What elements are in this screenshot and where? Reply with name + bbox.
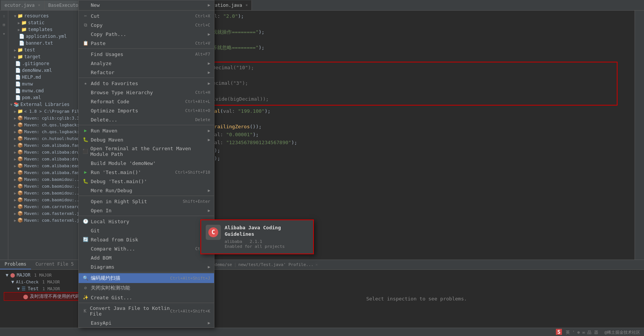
- menu-item-copy[interactable]: ⧉ Copy Ctrl+C: [79, 20, 214, 30]
- tree-item-maven-fasterxml[interactable]: ▶ 📦 Maven: com.fasterxml.ja...: [8, 210, 87, 217]
- menu-item-add-bom[interactable]: Add BOM: [79, 253, 214, 262]
- menu-item-encode-scan[interactable]: 🔍 编码规约扫描 Ctrl+Alt+Shift+J: [79, 273, 214, 283]
- tree-item-maven-baomidou[interactable]: ▶ 📦 Maven: com.baomidou:...: [8, 176, 87, 183]
- tab-problems[interactable]: Problems: [0, 260, 31, 269]
- inspection-placeholder: Select inspection to see problems.: [189, 270, 644, 328]
- menu-item-delete[interactable]: Delete... Delete: [79, 115, 214, 124]
- menu-item-git[interactable]: Git ▶: [79, 226, 214, 235]
- menu-label: Add BOM: [91, 255, 112, 261]
- tree-item-maven-fasterxml2[interactable]: ▶ 📦 Maven: com.fasterxml.ja...: [8, 217, 87, 224]
- menu-label: Add to Favorites: [91, 81, 138, 86]
- menu-label: Delete...: [91, 117, 117, 123]
- tab-current-file[interactable]: Current File 5: [31, 260, 78, 269]
- tree-item-maven-carrotsearch[interactable]: ▶ 📦 Maven: com.carrotsearch...: [8, 203, 87, 210]
- menu-item-reload-disk[interactable]: 🔄 Reload from Disk: [79, 235, 214, 244]
- tree-item-label: pom.xml: [22, 95, 41, 100]
- tree-item-resources[interactable]: ▼ 📁 resources: [8, 12, 87, 19]
- menu-item-run-maven[interactable]: ▶ Run Maven ▶: [79, 126, 214, 135]
- tree-item-external-libraries[interactable]: ▼ 📚 External Libraries: [8, 101, 87, 108]
- file-tree: ▼ 📁 resources ▶ 📁 static ▶ 📁 templates 📄: [8, 11, 87, 226]
- menu-item-debug-maven[interactable]: 🐛 Debug Maven ▶: [79, 135, 214, 144]
- menu-item-analyze[interactable]: Analyze ▶: [79, 59, 214, 68]
- expand-icon: ▶: [14, 212, 16, 216]
- expand-icon: ▼: [6, 272, 8, 278]
- menu-label: More Run/Debug: [91, 188, 132, 193]
- tree-item-maven-alibaba-drui2[interactable]: ▶ 📦 Maven: com.alibaba:drui...: [8, 156, 87, 162]
- tree-item-maven-cglib[interactable]: ▶ 📦 Maven: cglib:cglib:3.3.0: [8, 115, 87, 121]
- menu-item-more-run-debug[interactable]: More Run/Debug ▶: [79, 186, 214, 195]
- menu-item-new[interactable]: New ▶: [79, 0, 214, 9]
- tab-close-icon[interactable]: ×: [38, 3, 40, 7]
- debug-maven-icon: 🐛: [82, 137, 88, 143]
- menu-item-convert-kotlin[interactable]: K Convert Java File to Kotlin File Ctrl+…: [79, 304, 214, 318]
- menu-item-copy-path[interactable]: Copy Path... ▶: [79, 30, 214, 39]
- tree-item-static[interactable]: ▶ 📁 static: [8, 19, 87, 26]
- tree-item-maven-alibaba-drui[interactable]: ▶ 📦 Maven: com.alibaba:drui...: [8, 149, 87, 156]
- commit-icon[interactable]: ⇧: [1, 12, 8, 19]
- menu-item-reformat[interactable]: Reformat Code Ctrl+Alt+L: [79, 97, 214, 106]
- tree-item-banner-txt[interactable]: 📄 banner.txt: [8, 40, 87, 47]
- status-bar: S 英 ' ⊕ ✉ 品 器 @稀土掘金技术社区: [0, 328, 644, 336]
- tree-item-maven-alibaba-easy[interactable]: ▶ 📦 Maven: com.alibaba:easy...: [8, 162, 87, 169]
- submenu-arrow: ▶: [208, 81, 210, 86]
- tab-close-icon[interactable]: ×: [245, 3, 248, 7]
- menu-item-paste[interactable]: 📋 Paste Ctrl+V: [79, 39, 214, 48]
- tree-item-gitignore[interactable]: 📄 .gitignore: [8, 60, 87, 67]
- tree-item-templates[interactable]: ▶ 📁 templates: [8, 26, 87, 33]
- menu-item-diagrams[interactable]: Diagrams ▶: [79, 262, 214, 271]
- submenu-arrow: ▶: [208, 208, 210, 213]
- expand-icon: ▶: [14, 218, 16, 222]
- menu-item-browse-hierarchy[interactable]: Browse Type Hierarchy Ctrl+H: [79, 88, 214, 97]
- tree-item-application-yml[interactable]: 📄 application.yml: [8, 33, 87, 40]
- menu-item-cut[interactable]: ✂ Cut Ctrl+X: [79, 11, 214, 20]
- tree-item-help-md[interactable]: 📄 HELP.md: [8, 74, 87, 81]
- tree-item-maven-baomidou2[interactable]: ▶ 📦 Maven: com.baomidou:...: [8, 183, 87, 190]
- tree-item-maven-alibaba-fast2[interactable]: ▶ 📦 Maven: com.alibaba.fast...: [8, 169, 87, 176]
- menu-item-refactor[interactable]: Refactor ▶: [79, 68, 214, 77]
- close-icon[interactable]: ×: [315, 262, 318, 267]
- favorites-icon[interactable]: ★: [1, 30, 8, 37]
- menu-item-open-right-split[interactable]: Open in Right Split Shift+Enter: [79, 197, 214, 206]
- expand-icon: ▶: [14, 137, 16, 141]
- menu-item-open-terminal[interactable]: ⬛ Open Terminal at the Current Maven Mod…: [79, 144, 214, 159]
- menu-item-optimize-imports[interactable]: Optimize Imports Ctrl+Alt+O: [79, 106, 214, 115]
- menu-item-add-to-favorites[interactable]: ★ Add to Favorites ▶: [79, 79, 214, 88]
- tree-item-maven-alibaba-fast[interactable]: ▶ 📦 Maven: com.alibaba.fast...: [8, 142, 87, 149]
- community-text: @稀土掘金技术社区: [604, 330, 640, 335]
- menu-item-close-realtime[interactable]: ⊘ 关闭实时检测功能: [79, 283, 214, 293]
- menu-item-open-in[interactable]: Open In ▶: [79, 206, 214, 215]
- menu-shortcut: Ctrl+C: [195, 23, 210, 28]
- tree-item-maven-baomidou3[interactable]: ▶ 📦 Maven: com.baomidou:...: [8, 190, 87, 196]
- menu-item-create-gist[interactable]: ✨ Create Gist...: [79, 293, 214, 302]
- tree-item-label: Maven: com.baomidou:...: [24, 198, 82, 202]
- menu-item-find-usages[interactable]: Find Usages Alt+F7: [79, 50, 214, 59]
- tree-item-demonew-xml[interactable]: 📄 demoNew.xml: [8, 67, 87, 74]
- expand-icon: ▼: [17, 286, 20, 291]
- paste-icon: 📋: [82, 40, 88, 46]
- tree-item-jdk[interactable]: ▶ 📁 < 1.8 > C:\Program Files...: [8, 108, 87, 115]
- tree-item-test[interactable]: ▶ 📁 test: [8, 47, 87, 53]
- tree-item-maven-ch-qos[interactable]: ▶ 📦 Maven: ch.qos.logback:lo...: [8, 121, 87, 128]
- run-test-icon: ▶: [82, 169, 88, 175]
- menu-shortcut: Ctrl+Alt+O: [185, 108, 210, 113]
- test-count: 1 MAJOR: [42, 286, 60, 291]
- menu-divider: [79, 216, 214, 216]
- tab-executor[interactable]: ecutor.java ×: [1, 0, 45, 10]
- structure-icon[interactable]: ⊞: [1, 21, 8, 28]
- tree-item-maven-baomidou4[interactable]: ▶ 📦 Maven: com.baomidou:...: [8, 196, 87, 203]
- tree-item-maven-ch-qos2[interactable]: ▶ 📦 Maven: ch.qos.logback:lo...: [8, 128, 87, 135]
- menu-item-compare-with[interactable]: Compare With... Ctrl+D: [79, 244, 214, 253]
- tree-item-mvnw-cmd[interactable]: 📄 mvnw.cmd: [8, 87, 87, 94]
- menu-item-local-history[interactable]: 🕐 Local History ▶: [79, 217, 214, 226]
- tree-item-pom-xml[interactable]: 📄 pom.xml: [8, 94, 87, 101]
- menu-item-build-module[interactable]: Build Module 'demoNew': [79, 159, 214, 168]
- expand-icon: ▶: [14, 205, 16, 209]
- tree-item-maven-cn-hutool[interactable]: ▶ 📦 Maven: cn.hutool:hutool-...: [8, 135, 87, 142]
- menu-item-debug-test[interactable]: 🐛 Debug 'Test.main()': [79, 177, 214, 186]
- folder-icon: 📁: [17, 47, 23, 53]
- menu-item-easy-api[interactable]: EasyApi ▶: [79, 318, 214, 327]
- menu-shortcut: Ctrl+Alt+L: [185, 99, 210, 104]
- tree-item-mvnw[interactable]: 📄 mvnw: [8, 81, 87, 87]
- tree-item-target[interactable]: ▶ 📁 target: [8, 53, 87, 60]
- menu-item-run-test[interactable]: ▶ Run 'Test.main()' Ctrl+Shift+F10: [79, 168, 214, 177]
